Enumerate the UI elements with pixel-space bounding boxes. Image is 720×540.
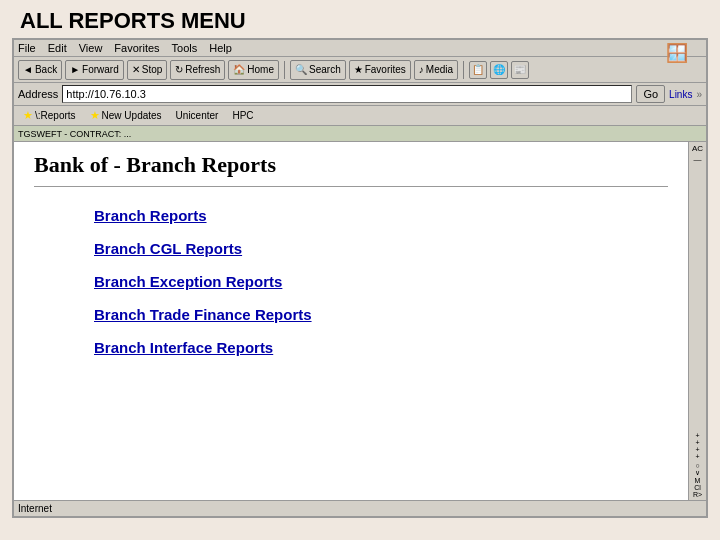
- favorites-toolbar-button[interactable]: ★ Favorites: [349, 60, 411, 80]
- menu-help[interactable]: Help: [209, 42, 232, 54]
- links-bar-unicenter[interactable]: Unicenter: [171, 109, 224, 122]
- toolbar-separator-2: [463, 61, 464, 79]
- stop-button[interactable]: ✕ Stop: [127, 60, 168, 80]
- menu-favorites[interactable]: Favorites: [114, 42, 159, 54]
- menu-tools[interactable]: Tools: [172, 42, 198, 54]
- browser-menubar: File Edit View Favorites Tools Help: [14, 40, 706, 57]
- side-panel-dash: —: [694, 155, 702, 164]
- links-label[interactable]: Links: [669, 89, 692, 100]
- toolbar-icon-3[interactable]: 📰: [511, 61, 529, 79]
- page-heading: Bank of - Branch Reports: [34, 152, 668, 187]
- links-bar-new-updates[interactable]: ★ New Updates: [85, 108, 167, 123]
- report-links-container: Branch Reports Branch CGL Reports Branch…: [34, 207, 668, 356]
- address-input[interactable]: [62, 85, 632, 103]
- branch-reports-link[interactable]: Branch Reports: [94, 207, 668, 224]
- home-button[interactable]: 🏠 Home: [228, 60, 279, 80]
- branch-cgl-reports-link[interactable]: Branch CGL Reports: [94, 240, 668, 257]
- star-icon-2: ★: [90, 109, 100, 122]
- star-icon: ★: [23, 109, 33, 122]
- menu-edit[interactable]: Edit: [48, 42, 67, 54]
- status-bar-text: Internet: [18, 503, 52, 514]
- search-button[interactable]: 🔍 Search: [290, 60, 346, 80]
- links-bar: ★ \:Reports ★ New Updates Unicenter HPC: [14, 106, 706, 126]
- winxp-logo: 🪟: [666, 42, 688, 64]
- links-separator: »: [696, 89, 702, 100]
- toolbar-icon-2[interactable]: 🌐: [490, 61, 508, 79]
- browser-content: Bank of - Branch Reports Branch Reports …: [14, 142, 688, 500]
- links-bar-reports[interactable]: ★ \:Reports: [18, 108, 81, 123]
- refresh-button[interactable]: ↻ Refresh: [170, 60, 225, 80]
- browser-toolbar: ◄ Back ► Forward ✕ Stop ↻ Refresh 🏠 Home…: [14, 57, 706, 83]
- toolbar-separator: [284, 61, 285, 79]
- links-bar-hpc[interactable]: HPC: [227, 109, 258, 122]
- menu-view[interactable]: View: [79, 42, 103, 54]
- status-info-text: TGSWEFT - CONTRACT: ...: [18, 129, 131, 139]
- right-panel: AC — ++++ ○∨MC​lR>: [688, 142, 706, 500]
- branch-exception-reports-link[interactable]: Branch Exception Reports: [94, 273, 668, 290]
- browser-window: 🪟 File Edit View Favorites Tools Help ◄ …: [12, 38, 708, 518]
- side-panel-more: ○∨MC​lR>: [693, 462, 702, 498]
- branch-trade-finance-reports-link[interactable]: Branch Trade Finance Reports: [94, 306, 668, 323]
- status-info-bar: TGSWEFT - CONTRACT: ...: [14, 126, 706, 142]
- page-title: ALL REPORTS MENU: [0, 0, 720, 38]
- branch-interface-reports-link[interactable]: Branch Interface Reports: [94, 339, 668, 356]
- browser-statusbar: Internet: [14, 500, 706, 516]
- media-button[interactable]: ♪ Media: [414, 60, 458, 80]
- forward-button[interactable]: ► Forward: [65, 60, 124, 80]
- side-panel-ac[interactable]: AC: [692, 144, 703, 153]
- go-button[interactable]: Go: [636, 85, 665, 103]
- side-panel-items[interactable]: ++++: [695, 432, 699, 460]
- address-label: Address: [18, 88, 58, 100]
- address-bar: Address Go Links »: [14, 83, 706, 106]
- back-button[interactable]: ◄ Back: [18, 60, 62, 80]
- menu-file[interactable]: File: [18, 42, 36, 54]
- toolbar-icon-1[interactable]: 📋: [469, 61, 487, 79]
